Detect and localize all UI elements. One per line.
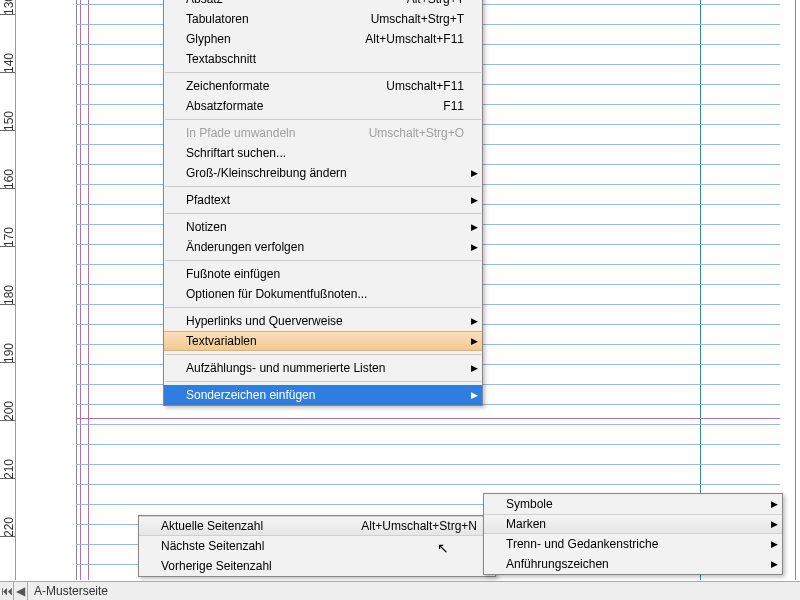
menu-shortcut: Alt+Strg+T xyxy=(407,0,464,6)
submenu-page-markers[interactable]: Aktuelle SeitenzahlAlt+Umschalt+Strg+NNä… xyxy=(138,515,496,577)
page-indicator[interactable]: A-Musterseite xyxy=(28,584,114,598)
submenu-arrow-icon: ▶ xyxy=(471,242,478,252)
submenu-arrow-icon: ▶ xyxy=(771,559,778,569)
submenu-arrow-icon: ▶ xyxy=(771,519,778,529)
menu-item[interactable]: Nächste Seitenzahl xyxy=(139,536,495,556)
menu-item[interactable]: Anführungszeichen▶ xyxy=(484,554,782,574)
menu-item[interactable]: Marken▶ xyxy=(484,514,782,534)
menu-item[interactable]: Änderungen verfolgen▶ xyxy=(164,237,482,257)
menu-item[interactable]: ZeichenformateUmschalt+F11 xyxy=(164,76,482,96)
menu-item[interactable]: GlyphenAlt+Umschalt+F11 xyxy=(164,29,482,49)
menu-item-label: Groß-/Kleinschreibung ändern xyxy=(186,166,347,180)
menu-item[interactable]: Groß-/Kleinschreibung ändern▶ xyxy=(164,163,482,183)
menu-item-label: Notizen xyxy=(186,220,227,234)
submenu-arrow-icon: ▶ xyxy=(471,168,478,178)
menu-item-label: Glyphen xyxy=(186,32,231,46)
menu-item-label: In Pfade umwandeln xyxy=(186,126,295,140)
menu-item-label: Optionen für Dokumentfußnoten... xyxy=(186,287,367,301)
menu-item[interactable]: TabulatorenUmschalt+Strg+T xyxy=(164,9,482,29)
menu-item-label: Zeichenformate xyxy=(186,79,269,93)
menu-item[interactable]: Pfadtext▶ xyxy=(164,190,482,210)
guide-vertical xyxy=(80,0,81,580)
status-bar: ⏮ ◀ A-Musterseite xyxy=(0,581,800,600)
menu-item-label: Schriftart suchen... xyxy=(186,146,286,160)
menu-item-label: Textabschnitt xyxy=(186,52,256,66)
menu-item-label: Pfadtext xyxy=(186,193,230,207)
menu-item[interactable]: Symbole▶ xyxy=(484,494,782,514)
menu-item[interactable]: AbsatzAlt+Strg+T xyxy=(164,0,482,9)
submenu-arrow-icon: ▶ xyxy=(471,316,478,326)
submenu-arrow-icon: ▶ xyxy=(471,390,478,400)
submenu-arrow-icon: ▶ xyxy=(471,222,478,232)
menu-shortcut: Umschalt+Strg+T xyxy=(371,12,464,26)
menu-item[interactable]: Notizen▶ xyxy=(164,217,482,237)
menu-item[interactable]: Sonderzeichen einfügen▶ xyxy=(164,385,482,405)
menu-item[interactable]: Hyperlinks und Querverweise▶ xyxy=(164,311,482,331)
menu-item[interactable]: In Pfade umwandelnUmschalt+Strg+O xyxy=(164,123,482,143)
guide-vertical xyxy=(88,0,89,580)
menu-item[interactable]: AbsatzformateF11 xyxy=(164,96,482,116)
menu-item-label: Anführungszeichen xyxy=(506,557,609,571)
menu-item[interactable]: Fußnote einfügen xyxy=(164,264,482,284)
menu-item-label: Aufzählungs- und nummerierte Listen xyxy=(186,361,385,375)
menu-item[interactable]: Optionen für Dokumentfußnoten... xyxy=(164,284,482,304)
menu-shortcut: Alt+Umschalt+Strg+N xyxy=(361,519,477,533)
submenu-arrow-icon: ▶ xyxy=(771,499,778,509)
menu-item-label: Textvariablen xyxy=(186,334,257,348)
menu-item[interactable]: Schriftart suchen... xyxy=(164,143,482,163)
menu-item-label: Hyperlinks und Querverweise xyxy=(186,314,343,328)
menu-item[interactable]: Trenn- und Gedankenstriche▶ xyxy=(484,534,782,554)
menu-item-label: Vorherige Seitenzahl xyxy=(161,559,272,573)
menu-shortcut: Alt+Umschalt+F11 xyxy=(365,32,464,46)
submenu-arrow-icon: ▶ xyxy=(471,363,478,373)
menu-shortcut: F11 xyxy=(443,99,464,113)
context-menu[interactable]: AbsatzAlt+Strg+TTabulatorenUmschalt+Strg… xyxy=(163,0,483,406)
menu-item-label: Fußnote einfügen xyxy=(186,267,280,281)
menu-shortcut: Umschalt+F11 xyxy=(386,79,464,93)
menu-item-label: Änderungen verfolgen xyxy=(186,240,304,254)
menu-shortcut: Umschalt+Strg+O xyxy=(369,126,464,140)
menu-item-label: Absatzformate xyxy=(186,99,263,113)
page-first-button[interactable]: ⏮ xyxy=(0,582,14,600)
menu-item-label: Trenn- und Gedankenstriche xyxy=(506,537,658,551)
submenu-arrow-icon: ▶ xyxy=(471,195,478,205)
page-prev-button[interactable]: ◀ xyxy=(14,582,28,600)
menu-item[interactable]: Textabschnitt xyxy=(164,49,482,69)
submenu-arrow-icon: ▶ xyxy=(771,539,778,549)
vertical-ruler: 130140150160170180190200210220 xyxy=(0,0,16,580)
submenu-arrow-icon: ▶ xyxy=(471,336,478,346)
menu-item-label: Absatz xyxy=(186,0,223,6)
menu-item[interactable]: Vorherige Seitenzahl xyxy=(139,556,495,576)
menu-item-label: Nächste Seitenzahl xyxy=(161,539,264,553)
menu-item-label: Sonderzeichen einfügen xyxy=(186,388,315,402)
menu-item[interactable]: Aktuelle SeitenzahlAlt+Umschalt+Strg+N xyxy=(139,516,495,536)
menu-item-label: Marken xyxy=(506,517,546,531)
menu-item-label: Tabulatoren xyxy=(186,12,249,26)
menu-item[interactable]: Aufzählungs- und nummerierte Listen▶ xyxy=(164,358,482,378)
menu-item-label: Aktuelle Seitenzahl xyxy=(161,519,263,533)
menu-item-label: Symbole xyxy=(506,497,553,511)
submenu-special-chars[interactable]: Symbole▶Marken▶Trenn- und Gedankenstrich… xyxy=(483,493,783,575)
menu-item[interactable]: Textvariablen▶ xyxy=(164,331,482,351)
